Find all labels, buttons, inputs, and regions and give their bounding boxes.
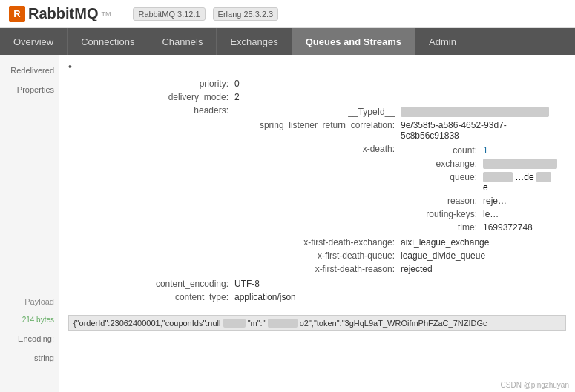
redelivered-section: • xyxy=(68,61,566,73)
exchange-value-blurred xyxy=(483,159,557,169)
xdeath-table: count: 1 exchange: queue: xyxy=(401,144,560,234)
priority-value: 0 xyxy=(231,77,566,90)
logo: R RabbitMQ TM xyxy=(9,5,111,22)
x-first-death-queue-label: x-first-death-queue: xyxy=(234,249,398,262)
x-first-death-exchange-row: x-first-death-exchange: aixi_league_exch… xyxy=(234,236,563,249)
queue-label: queue: xyxy=(401,170,480,194)
content-type-label: content_type: xyxy=(68,290,231,304)
payload-text-start: {"orderId":23062400001,"couponIds":null xyxy=(73,319,221,328)
logo-icon: R xyxy=(9,6,25,22)
payload-section: {"orderId":23062400001,"couponIds":null … xyxy=(68,310,566,331)
typeid-value-blurred xyxy=(401,107,549,117)
nav-queues-streams[interactable]: Queues and Streams xyxy=(292,28,415,55)
delivery-mode-label: delivery_mode: xyxy=(68,90,231,104)
count-label: count: xyxy=(401,144,480,157)
main-content: • priority: 0 delivery_mode: 2 headers: … xyxy=(59,55,575,392)
payload-size-label: 214 bytes xyxy=(0,311,59,329)
properties-label: Properties xyxy=(0,80,59,99)
logo-tm: TM xyxy=(101,10,111,18)
count-row: count: 1 xyxy=(401,144,560,157)
time-value: 1699372748 xyxy=(480,221,560,234)
typeid-label: __TypeId__ xyxy=(234,105,398,119)
redelivered-label: Redelivered xyxy=(0,61,59,80)
content-encoding-value: UTF-8 xyxy=(231,277,566,290)
version-badges: RabbitMQ 3.12.1 Erlang 25.3.2.3 xyxy=(133,7,278,21)
x-first-death-reason-row: x-first-death-reason: rejected xyxy=(234,262,563,276)
x-first-death-exchange-label: x-first-death-exchange: xyxy=(234,236,398,249)
left-labels: Redelivered Properties Payload 214 bytes… xyxy=(0,55,59,392)
payload-content: {"orderId":23062400001,"couponIds":null … xyxy=(68,315,566,331)
content-type-value: application/json xyxy=(231,290,566,304)
properties-table: priority: 0 delivery_mode: 2 headers: __… xyxy=(68,77,566,304)
headers-row: headers: __TypeId__ spring_listener_retu xyxy=(68,104,566,277)
x-first-death-reason-label: x-first-death-reason: xyxy=(234,262,398,276)
x-first-death-queue-value: league_divide_queue xyxy=(398,249,563,262)
payload-label: Payload xyxy=(0,292,59,311)
nav-overview[interactable]: Overview xyxy=(0,28,68,55)
exchange-label: exchange: xyxy=(401,157,480,170)
reason-row: reason: reje… xyxy=(401,194,560,207)
reason-label: reason: xyxy=(401,194,480,207)
headers-label: headers: xyxy=(68,104,231,277)
rabbitmq-version-badge: RabbitMQ 3.12.1 xyxy=(133,7,205,21)
routing-keys-row: routing-keys: le… xyxy=(401,207,560,221)
logo-text: RabbitMQ xyxy=(28,5,98,22)
nav-exchanges[interactable]: Exchanges xyxy=(217,28,292,55)
footer-watermark: CSDN @pingzhuyan xyxy=(501,381,569,389)
routing-keys-value: le… xyxy=(480,207,560,221)
exchange-row: exchange: xyxy=(401,157,560,170)
payload-blurred1 xyxy=(223,319,246,328)
redelivered-bullet: • xyxy=(68,61,72,73)
content-type-row: content_type: application/json xyxy=(68,290,566,304)
count-value: 1 xyxy=(480,144,560,157)
spring-listener-row: spring_listener_return_correlation: 9e/3… xyxy=(234,119,563,142)
headers-table: __TypeId__ spring_listener_return_correl… xyxy=(234,105,563,276)
xdeath-label: x-death: xyxy=(234,142,398,236)
reason-value: reje… xyxy=(480,194,560,207)
time-row: time: 1699372748 xyxy=(401,221,560,234)
encoding-value: string xyxy=(0,348,59,368)
payload-text-mid: "m":" xyxy=(248,319,266,328)
nav-channels[interactable]: Channels xyxy=(148,28,217,55)
typeid-row: __TypeId__ xyxy=(234,105,563,119)
x-first-death-queue-row: x-first-death-queue: league_divide_queue xyxy=(234,249,563,262)
content-encoding-row: content_encoding: UTF-8 xyxy=(68,277,566,290)
queue-value-end: e xyxy=(483,182,488,193)
queue-row: queue: …de e xyxy=(401,170,560,194)
header: R RabbitMQ TM RabbitMQ 3.12.1 Erlang 25.… xyxy=(0,0,575,28)
x-first-death-reason-value: rejected xyxy=(398,262,563,276)
content-encoding-label: content_encoding: xyxy=(68,277,231,290)
time-label: time: xyxy=(401,221,480,234)
delivery-mode-value: 2 xyxy=(231,90,566,104)
queue-value-blurred xyxy=(483,172,513,182)
priority-row: priority: 0 xyxy=(68,77,566,90)
erlang-version-badge: Erlang 25.3.2.3 xyxy=(213,7,279,21)
xdeath-row: x-death: count: 1 exchange: xyxy=(234,142,563,236)
spring-listener-value: 9e/358f5-a586-4652-93d7-5c8b56c91838 xyxy=(398,119,563,142)
nav-bar: Overview Connections Channels Exchanges … xyxy=(0,28,575,55)
delivery-mode-row: delivery_mode: 2 xyxy=(68,90,566,104)
routing-keys-label: routing-keys: xyxy=(401,207,480,221)
encoding-label: Encoding: xyxy=(0,329,59,348)
queue-value-blurred2 xyxy=(536,172,551,182)
x-first-death-exchange-value: aixi_league_exchange xyxy=(398,236,563,249)
queue-value-partial: …de xyxy=(515,172,536,182)
nav-admin[interactable]: Admin xyxy=(415,28,470,55)
payload-blurred2 xyxy=(268,319,298,328)
payload-text-mid2: o2","token":"3gHqL9aT_WROifmPhFZaC_7NZID… xyxy=(300,319,487,328)
spring-listener-label: spring_listener_return_correlation: xyxy=(234,119,398,142)
nav-connections[interactable]: Connections xyxy=(68,28,148,55)
priority-label: priority: xyxy=(68,77,231,90)
content-area: Redelivered Properties Payload 214 bytes… xyxy=(0,55,575,392)
